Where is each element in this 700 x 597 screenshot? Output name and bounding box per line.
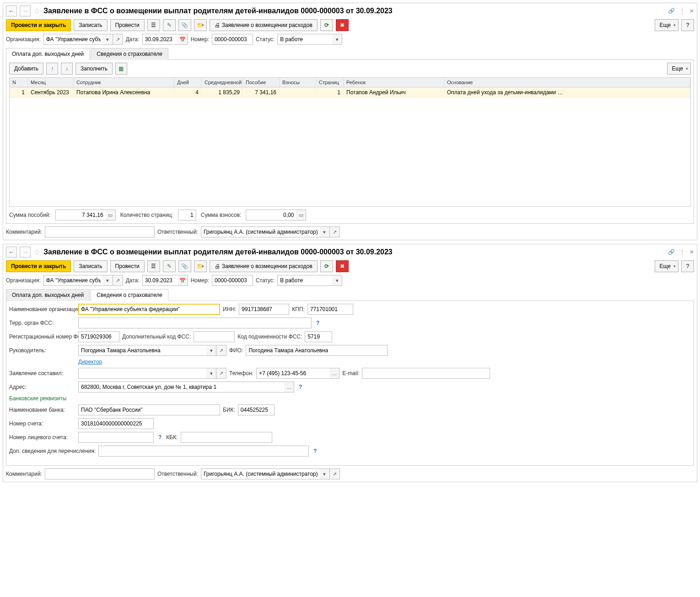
comment-input[interactable]: [45, 226, 155, 237]
date-input-2[interactable]: [142, 275, 178, 286]
extra-help-icon[interactable]: ?: [312, 448, 318, 454]
help-button[interactable]: ?: [681, 19, 694, 31]
date-calendar-button[interactable]: 📅: [178, 34, 188, 45]
sum-calc-button[interactable]: ▭: [106, 210, 116, 221]
email-input[interactable]: [362, 368, 490, 379]
col-days[interactable]: Дней: [174, 78, 202, 87]
contr-total-input[interactable]: [246, 210, 296, 221]
move-down-button[interactable]: ↓: [61, 63, 73, 75]
add-row-button[interactable]: Добавить: [9, 63, 43, 75]
terr-help-icon[interactable]: ?: [314, 320, 321, 326]
stop-button[interactable]: ✖: [336, 19, 349, 31]
tabular-icon-button-2[interactable]: ☰: [147, 260, 160, 272]
highlighter-icon-button-2[interactable]: ✎: [163, 260, 176, 272]
pages-total-input[interactable]: [178, 210, 196, 221]
status-input[interactable]: [277, 34, 332, 45]
days-grid[interactable]: N Месяц Сотрудник Дней Среднедневной Пос…: [9, 77, 691, 207]
bik-input[interactable]: [238, 404, 275, 415]
col-basis[interactable]: Основание: [444, 78, 690, 87]
write-button-2[interactable]: Записать: [74, 260, 107, 272]
bank-input[interactable]: [78, 404, 220, 415]
org-open-button[interactable]: ↗: [113, 34, 123, 45]
resp-dropdown-button[interactable]: ▾: [320, 226, 330, 237]
tabular-icon-button[interactable]: ☰: [147, 19, 160, 31]
col-employee[interactable]: Сотрудник: [74, 78, 174, 87]
folder-dropdown-button[interactable]: 📁: [194, 19, 207, 31]
pers-input[interactable]: [78, 432, 154, 443]
position-link[interactable]: Директор: [78, 359, 102, 365]
fill-button[interactable]: Заполнить: [75, 63, 113, 75]
nav-forward-button-2[interactable]: →: [20, 247, 31, 258]
kbk-input[interactable]: [181, 432, 272, 443]
col-month[interactable]: Месяц: [28, 78, 74, 87]
terr-input[interactable]: [78, 317, 312, 328]
col-n[interactable]: N: [10, 78, 28, 87]
expense-report-button[interactable]: 🖨 Заявление о возмещении расходов: [210, 19, 318, 31]
attach-icon-button[interactable]: 📎: [178, 19, 191, 31]
responsible-input-2[interactable]: [201, 468, 320, 479]
highlighter-icon-button[interactable]: ✎: [163, 19, 176, 31]
col-child[interactable]: Ребенок: [344, 78, 444, 87]
col-avg[interactable]: Среднедневной: [202, 78, 243, 87]
kpp-input[interactable]: [307, 304, 353, 315]
pers-help-icon[interactable]: ?: [156, 434, 163, 441]
compiled-input[interactable]: [78, 368, 206, 379]
favorite-star-icon[interactable]: ☆: [33, 6, 41, 16]
post-close-button[interactable]: Провести и закрыть: [6, 19, 71, 31]
date-input[interactable]: [142, 34, 178, 45]
spreadsheet-icon-button[interactable]: ▦: [115, 63, 127, 75]
attach-icon-button-2[interactable]: 📎: [178, 260, 191, 272]
sum-benefit-input[interactable]: [55, 210, 106, 221]
col-pages[interactable]: Страниц: [316, 78, 344, 87]
link-icon-2[interactable]: 🔗: [668, 249, 675, 255]
num-input-2[interactable]: [212, 275, 253, 286]
responsible-input[interactable]: [201, 226, 320, 237]
expense-report-button-2[interactable]: 🖨 Заявление о возмещении расходов: [210, 260, 318, 272]
post-button[interactable]: Провести: [110, 19, 145, 31]
ruk-input[interactable]: [78, 345, 206, 356]
pod-input[interactable]: [305, 331, 332, 342]
folder-dropdown-button-2[interactable]: 📁: [194, 260, 207, 272]
tab-insurer-info-2[interactable]: Сведения о страхователе: [91, 289, 168, 301]
tab-insurer-info[interactable]: Сведения о страхователе: [91, 48, 168, 60]
table-row[interactable]: 1 Сентябрь 2023 Потапова Ирина Алексеевн…: [10, 87, 690, 98]
dop-input[interactable]: [194, 331, 235, 342]
favorite-star-icon-2[interactable]: ☆: [33, 247, 41, 257]
more-button[interactable]: Еще: [655, 19, 678, 31]
contr-calc-button[interactable]: ▭: [296, 210, 306, 221]
extra-input[interactable]: [98, 446, 309, 457]
refresh-button-2[interactable]: ⟳: [320, 260, 333, 272]
org-input-2[interactable]: [43, 275, 103, 286]
col-contr[interactable]: Взносы: [280, 78, 316, 87]
link-icon[interactable]: 🔗: [668, 8, 675, 14]
menu-dots-icon[interactable]: ⋮: [679, 8, 685, 14]
close-icon-2[interactable]: ✕: [689, 249, 694, 255]
post-button-2[interactable]: Провести: [110, 260, 145, 272]
tab-extra-days-2[interactable]: Оплата доп. выходных дней: [6, 289, 90, 301]
num-input[interactable]: [212, 34, 253, 45]
close-icon[interactable]: ✕: [689, 8, 694, 14]
resp-open-button[interactable]: ↗: [330, 226, 340, 237]
reg-input[interactable]: [78, 331, 119, 342]
acc-input[interactable]: [78, 418, 154, 429]
comment-input-2[interactable]: [45, 468, 155, 479]
org-input[interactable]: [43, 34, 103, 45]
stop-button-2[interactable]: ✖: [336, 260, 349, 272]
ins-name-input[interactable]: [78, 304, 220, 315]
grid-more-button[interactable]: Еще: [667, 63, 691, 75]
menu-dots-icon-2[interactable]: ⋮: [679, 249, 685, 255]
post-close-button-2[interactable]: Провести и закрыть: [6, 260, 71, 272]
help-button-2[interactable]: ?: [681, 260, 694, 272]
phone-input[interactable]: [256, 368, 329, 379]
col-benefit[interactable]: Пособие: [243, 78, 280, 87]
move-up-button[interactable]: ↑: [46, 63, 58, 75]
fio-input[interactable]: [246, 345, 388, 356]
inn-input[interactable]: [239, 304, 289, 315]
status-input-2[interactable]: [277, 275, 332, 286]
addr-input[interactable]: [78, 382, 284, 393]
nav-back-button-2[interactable]: ←: [6, 247, 17, 258]
status-dropdown-button[interactable]: ▾: [332, 34, 342, 45]
addr-help-icon[interactable]: ?: [297, 384, 304, 390]
tab-extra-days[interactable]: Оплата доп. выходных дней: [6, 48, 90, 60]
org-dropdown-button[interactable]: ▾: [103, 34, 113, 45]
